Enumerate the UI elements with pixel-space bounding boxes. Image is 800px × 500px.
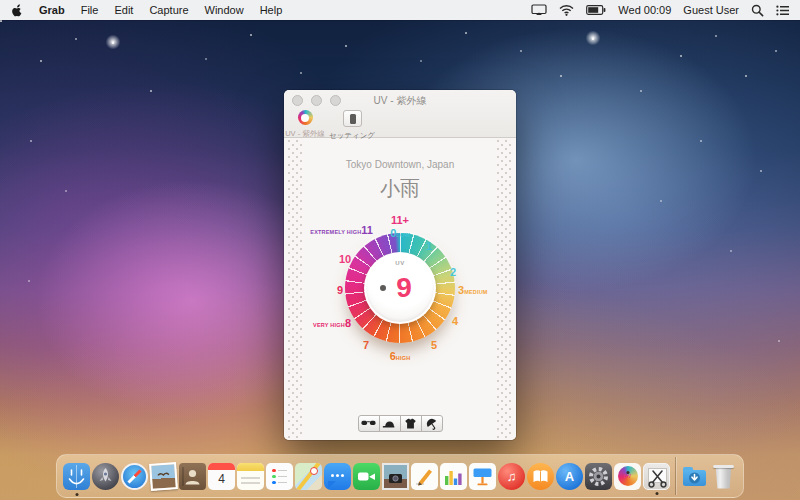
stars	[0, 20, 2, 22]
gauge-label-6-high: 6HIGH	[310, 347, 490, 363]
gear-icon	[585, 463, 612, 490]
dock-item-pages[interactable]	[411, 463, 438, 490]
bright-star	[585, 30, 601, 46]
scissors-icon	[644, 464, 671, 491]
dock-item-uv-app[interactable]: UV	[614, 463, 641, 490]
window-content: Tokyo Downtown, Japan 小雨 UV 9 11+ 0LOW 1…	[284, 139, 516, 440]
display-mirroring-icon[interactable]	[531, 4, 547, 16]
menu-capture[interactable]: Capture	[149, 4, 188, 16]
gauge-label-2: 2	[450, 263, 456, 279]
gauge-label-1: 1	[426, 237, 432, 253]
toolbar: UV - 紫外線 セッティング	[284, 110, 516, 138]
dock-item-safari[interactable]	[121, 463, 148, 490]
bright-star	[105, 34, 121, 50]
dock-item-calendar[interactable]: 4	[208, 463, 235, 490]
toolbar-uv-label: UV - 紫外線	[284, 129, 331, 139]
uv-gauge: UV 9 11+ 0LOW 1 2 3MEDIUM 4 5 6HIGH 7 VE…	[310, 217, 490, 369]
menu-window[interactable]: Window	[205, 4, 244, 16]
dock-item-itunes[interactable]: ♫	[498, 463, 525, 490]
uv-app-window: UV - 紫外線 UV - 紫外線 セッティング Tokyo Downtown,…	[284, 90, 516, 440]
bird-photo-icon	[151, 464, 176, 489]
appstore-letter-glyph: A	[565, 470, 574, 483]
dock-item-messages[interactable]	[324, 463, 351, 490]
dock-item-maps[interactable]	[295, 463, 322, 490]
umbrella-icon	[425, 418, 439, 430]
weather-condition: 小雨	[284, 175, 516, 202]
dock-item-reminders[interactable]	[266, 463, 293, 490]
gauge-label-10: 10	[339, 250, 351, 266]
contacts-silhouette-icon	[179, 463, 206, 490]
pen-document-icon	[411, 463, 438, 490]
hat-icon	[382, 419, 397, 429]
dock-item-facetime[interactable]	[353, 463, 380, 490]
uv-app-glyph: UV	[624, 473, 631, 479]
menu-bar: Grab File Edit Capture Window Help Wed 0…	[0, 0, 800, 20]
apple-menu[interactable]	[10, 3, 23, 17]
dock: 4 ♫ A UV	[56, 454, 744, 498]
dock-divider	[675, 457, 676, 495]
wifi-icon[interactable]	[559, 5, 574, 16]
dock-item-system-preferences[interactable]	[585, 463, 612, 490]
dock-item-app-store[interactable]: A	[556, 463, 583, 490]
dock-item-trash[interactable]	[710, 463, 737, 490]
dock-item-launchpad[interactable]	[92, 463, 119, 490]
menu-clock[interactable]: Wed 00:09	[618, 4, 671, 16]
rocket-icon	[92, 463, 119, 490]
uv-gauge-center: UV 9	[364, 252, 436, 324]
sunglasses-button[interactable]	[358, 415, 380, 432]
desktop: Grab File Edit Capture Window Help Wed 0…	[0, 0, 800, 500]
video-camera-icon	[353, 463, 380, 490]
dock-item-photo-booth[interactable]	[382, 463, 409, 490]
dock-item-contacts[interactable]	[179, 463, 206, 490]
battery-icon[interactable]	[586, 5, 606, 15]
protection-button-group	[284, 415, 516, 432]
sunglasses-icon	[361, 419, 376, 428]
dock-item-ibooks[interactable]	[527, 463, 554, 490]
download-arrow-icon	[681, 463, 708, 490]
menu-app-name[interactable]: Grab	[39, 4, 65, 16]
camera-icon	[384, 465, 407, 488]
window-title: UV - 紫外線	[284, 94, 516, 108]
menu-edit[interactable]: Edit	[114, 4, 133, 16]
title-bar[interactable]: UV - 紫外線	[284, 90, 516, 110]
uv-caption: UV	[366, 260, 434, 266]
settings-device-icon	[343, 110, 362, 127]
location-label: Tokyo Downtown, Japan	[284, 159, 516, 170]
calendar-day-label: 4	[208, 470, 235, 488]
toolbar-item-settings[interactable]: セッティング	[326, 110, 378, 141]
gauge-label-9: 9	[337, 281, 343, 297]
dock-item-preview[interactable]	[149, 462, 178, 491]
spotlight-icon[interactable]	[751, 4, 764, 17]
menu-user[interactable]: Guest User	[683, 4, 739, 16]
umbrella-button[interactable]	[421, 415, 443, 432]
t-shirt-icon	[404, 418, 417, 429]
apple-icon	[10, 3, 23, 17]
dock-item-notes[interactable]	[237, 463, 264, 490]
uv-value: 9	[396, 272, 412, 304]
gauge-label-8-very-high: VERY HIGH8	[313, 314, 351, 330]
open-book-icon	[527, 463, 554, 490]
notification-center-icon[interactable]	[776, 5, 790, 16]
uv-indicator-dot	[380, 285, 386, 291]
menu-file[interactable]: File	[81, 4, 99, 16]
dock-item-grab[interactable]	[643, 463, 670, 490]
gauge-label-7: 7	[363, 336, 369, 352]
dock-item-keynote[interactable]	[469, 463, 496, 490]
gauge-label-3-medium: 3MEDIUM	[458, 281, 488, 297]
toolbar-item-uv[interactable]: UV - 紫外線	[284, 110, 331, 139]
menu-help[interactable]: Help	[260, 4, 283, 16]
gauge-label-11-extremely-high: EXTREMELY HIGH11	[310, 221, 373, 237]
window-chrome: UV - 紫外線 UV - 紫外線 セッティング	[284, 90, 516, 138]
dock-item-downloads-folder[interactable]	[681, 463, 708, 490]
podium-icon	[469, 463, 496, 490]
shirt-button[interactable]	[400, 415, 422, 432]
bar-chart-icon	[440, 463, 467, 490]
gauge-label-4: 4	[452, 312, 458, 328]
finder-icon	[63, 463, 90, 490]
dock-item-finder[interactable]	[63, 463, 90, 490]
dock-item-numbers[interactable]	[440, 463, 467, 490]
uv-gauge-icon	[298, 110, 313, 125]
music-note-glyph: ♫	[507, 470, 517, 483]
hat-button[interactable]	[379, 415, 401, 432]
